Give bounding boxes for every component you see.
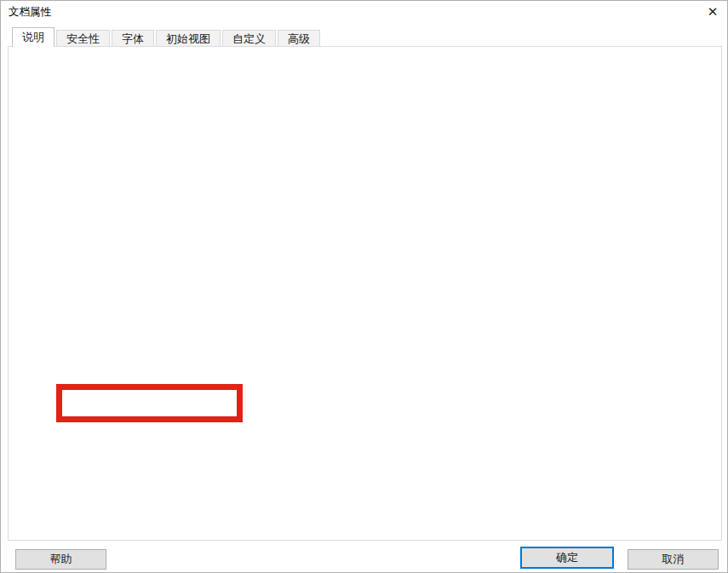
close-icon[interactable]: ✕ — [702, 3, 724, 21]
tab-initial-view[interactable]: 初始视图 — [156, 30, 221, 47]
tab-advanced[interactable]: 高级 — [278, 30, 320, 47]
tab-bar: 说明 安全性 字体 初始视图 自定义 高级 — [12, 27, 322, 47]
tab-description[interactable]: 说明 — [12, 27, 54, 47]
cancel-button[interactable]: 取消 — [628, 549, 719, 570]
help-button[interactable]: 帮助 — [15, 549, 106, 570]
document-properties-dialog: 文档属性 ✕ 说明 安全性 字体 初始视图 自定义 高级 说明 文件: eCTD… — [0, 0, 728, 573]
ok-button[interactable]: 确定 — [520, 547, 614, 569]
tab-security[interactable]: 安全性 — [56, 30, 110, 47]
tab-custom[interactable]: 自定义 — [222, 30, 276, 47]
tab-panel-description — [8, 46, 722, 541]
tab-fonts[interactable]: 字体 — [112, 30, 154, 47]
dialog-title: 文档属性 — [9, 5, 51, 20]
